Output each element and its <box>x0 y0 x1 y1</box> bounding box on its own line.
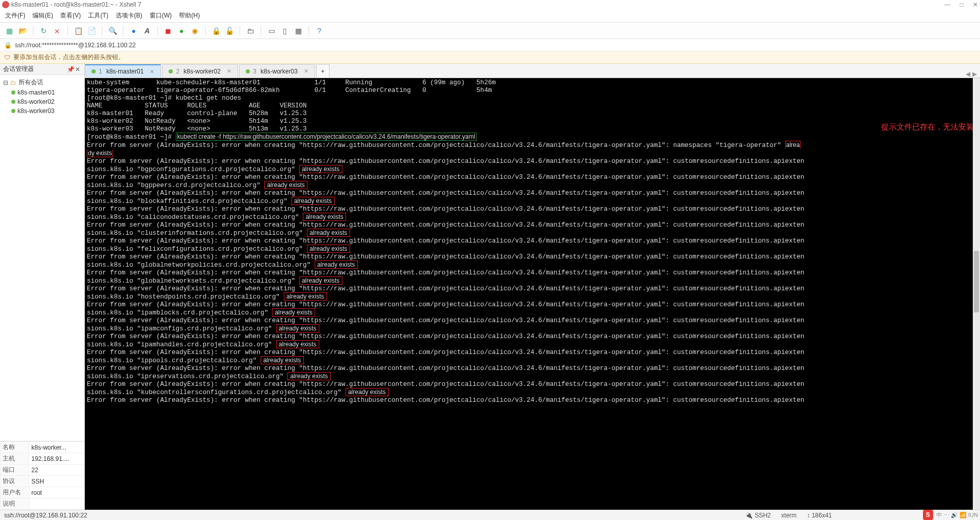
tray-text[interactable]: 中 ⋯ 🔊 📶 IUN <box>936 511 978 519</box>
command-highlight: kubectl create -f https://raw.githubuser… <box>176 133 477 141</box>
menu-tools[interactable]: 工具(T) <box>88 11 108 20</box>
menu-view[interactable]: 查看(V) <box>60 11 81 20</box>
record-icon[interactable]: ◉ <box>190 26 200 36</box>
error-highlight: already exists <box>276 324 319 332</box>
status-dot-icon <box>11 109 15 113</box>
scrollbar[interactable] <box>973 78 980 510</box>
menu-window[interactable]: 窗口(W) <box>150 11 172 20</box>
separator-icon <box>240 26 240 35</box>
new-icon[interactable]: ▦ <box>4 26 14 36</box>
maximize-button[interactable]: □ <box>960 1 964 8</box>
separator-icon <box>205 26 206 35</box>
prop-row: 协议SSH <box>1 476 84 487</box>
toolbar: ▦ 📂 ↻ ⨯ 📋 📄 🔍 ● A ◼ ● ◉ 🔒 🔓 🗀 ▭ ▯ ▦ ? <box>0 23 980 39</box>
shield-icon: 🛡 <box>4 54 10 61</box>
error-highlight: already exists <box>287 372 331 380</box>
tab-k8s-worker02[interactable]: 2k8s-worker02✕ <box>162 64 238 78</box>
collapse-icon[interactable]: ⊟ <box>3 79 8 86</box>
paste-icon[interactable]: 📄 <box>86 26 97 36</box>
error-highlight: dy exists <box>87 150 113 157</box>
address-text[interactable]: ssh://root:***************@192.168.91.10… <box>15 42 136 49</box>
tab-k8s-master01[interactable]: 1k8s-master01✕ <box>85 64 161 78</box>
error-highlight: already exists <box>261 356 304 364</box>
close-button[interactable]: ✕ <box>973 1 978 8</box>
separator-icon <box>33 26 33 35</box>
run-icon[interactable]: ● <box>176 26 187 36</box>
error-highlight: already exists <box>284 292 327 301</box>
close-icon[interactable]: ✕ <box>74 66 81 73</box>
tree-host[interactable]: k8s-worker02 <box>0 97 84 106</box>
folder-icon: 🗀 <box>10 79 16 86</box>
menu-file[interactable]: 文件(F) <box>5 11 25 20</box>
terminal[interactable]: kube-system kube-scheduler-k8s-master01 … <box>85 78 980 510</box>
status-ssh: 🔌 SSH2 <box>745 512 771 519</box>
system-tray: S 中 ⋯ 🔊 📶 IUN <box>923 510 978 520</box>
sidebar-title: 会话管理器 <box>3 65 67 73</box>
menu-edit[interactable]: 编辑(E) <box>32 11 53 20</box>
app-icon <box>2 1 9 8</box>
layout1-icon[interactable]: ▭ <box>266 26 277 36</box>
open-icon[interactable]: 📂 <box>17 26 28 36</box>
error-highlight: already exists <box>276 340 319 348</box>
status-term: xterm <box>781 512 796 519</box>
copy-icon[interactable]: 📋 <box>73 26 83 36</box>
search-icon[interactable]: 🔍 <box>107 26 118 36</box>
tab-label: k8s-worker02 <box>184 68 221 75</box>
scroll-thumb[interactable] <box>974 251 979 312</box>
font-icon[interactable]: A <box>142 26 152 36</box>
tab-next-icon[interactable]: ▶ <box>972 70 977 78</box>
session-properties: 名称k8s-worker... 主机192.168.91.... 端口22 协议… <box>0 441 84 510</box>
tab-k8s-worker03[interactable]: 3k8s-worker03✕ <box>239 64 315 78</box>
sidebar-header: 会话管理器 📌 ✕ <box>0 64 84 75</box>
prop-row: 说明 <box>1 498 84 510</box>
tab-number: 1 <box>99 68 102 75</box>
tab-close-icon[interactable]: ✕ <box>227 68 231 75</box>
error-highlight: already exists <box>264 181 307 189</box>
session-tree: ⊟ 🗀 所有会话 k8s-master01 k8s-worker02 k8s-w… <box>0 75 84 118</box>
menu-tabs[interactable]: 选项卡(B) <box>116 11 142 20</box>
tab-number: 2 <box>176 68 179 75</box>
error-highlight: already exists <box>307 229 350 237</box>
error-highlight: already exists <box>303 213 346 221</box>
menu-help[interactable]: 帮助(H) <box>179 11 200 20</box>
tab-close-icon[interactable]: ✕ <box>304 68 308 75</box>
help-icon[interactable]: ? <box>314 26 324 36</box>
window-title: k8s-master01 - root@k8s-master01:~ - Xsh… <box>11 1 141 8</box>
pin-icon[interactable]: 📌 <box>67 66 74 73</box>
prop-row: 端口22 <box>1 465 84 476</box>
separator-icon <box>102 26 102 35</box>
prop-row: 用户名root <box>1 487 84 498</box>
error-highlight: alrea <box>785 141 801 148</box>
lock-icon[interactable]: 🔒 <box>211 26 221 36</box>
tab-label: k8s-worker03 <box>261 68 298 75</box>
prop-row: 名称k8s-worker... <box>1 442 84 453</box>
tree-root[interactable]: ⊟ 🗀 所有会话 <box>0 77 84 88</box>
folder-icon[interactable]: 🗀 <box>245 26 256 36</box>
minimize-button[interactable]: — <box>945 1 951 8</box>
layout3-icon[interactable]: ▦ <box>293 26 303 36</box>
separator-icon <box>157 26 158 35</box>
error-highlight: already exists <box>272 308 315 317</box>
add-tab-button[interactable]: + <box>316 64 330 78</box>
layout2-icon[interactable]: ▯ <box>280 26 290 36</box>
tab-close-icon[interactable]: ✕ <box>150 68 154 75</box>
stop-icon[interactable]: ◼ <box>163 26 173 36</box>
globe-icon[interactable]: ● <box>129 26 139 36</box>
sidebar: 会话管理器 📌 ✕ ⊟ 🗀 所有会话 k8s-master01 k8s-work… <box>0 64 85 510</box>
tree-host[interactable]: k8s-master01 <box>0 88 84 97</box>
title-bar: k8s-master01 - root@k8s-master01:~ - Xsh… <box>0 0 980 9</box>
error-highlight: already exists <box>292 197 335 205</box>
tab-prev-icon[interactable]: ◀ <box>966 70 970 78</box>
tab-number: 3 <box>253 68 257 75</box>
reconnect-icon[interactable]: ↻ <box>39 26 49 36</box>
error-highlight: already exists <box>307 245 350 253</box>
separator-icon <box>67 26 68 35</box>
tree-host[interactable]: k8s-worker03 <box>0 106 84 116</box>
sogou-icon[interactable]: S <box>923 510 933 520</box>
disconnect-icon[interactable]: ⨯ <box>52 26 62 36</box>
error-highlight: already exists <box>346 388 389 396</box>
unlock-icon[interactable]: 🔓 <box>224 26 234 36</box>
lock-icon: 🔒 <box>4 42 12 49</box>
info-text: 要添加当前会话，点击左侧的箭头按钮。 <box>13 53 124 62</box>
status-dot-icon <box>11 100 15 104</box>
